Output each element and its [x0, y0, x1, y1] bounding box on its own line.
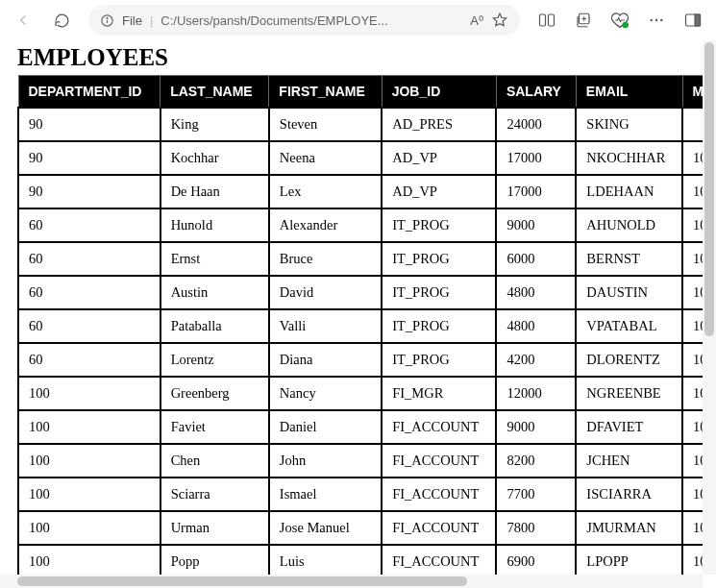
table-cell: Hunold [160, 208, 269, 242]
collections-button[interactable] [566, 5, 601, 36]
table-cell: Jose Manuel [269, 511, 382, 545]
column-header: JOB_ID [382, 76, 496, 109]
table-cell: IT_PROG [382, 343, 496, 377]
table-cell: Chen [160, 444, 269, 478]
column-header: LAST_NAME [160, 76, 269, 109]
table-cell: Neena [269, 141, 382, 175]
table-cell: 90 [18, 175, 160, 208]
table-row: 100GreenbergNancyFI_MGR12000NGREENBE101 [18, 377, 703, 410]
table-cell: DFAVIET [576, 410, 682, 444]
table-cell: 100 [18, 410, 160, 444]
table-cell [682, 108, 703, 141]
back-button [6, 5, 40, 36]
table-cell: 103 [682, 309, 703, 343]
table-cell: Luis [269, 545, 382, 575]
table-cell: 7800 [496, 511, 576, 545]
table-cell: 9000 [496, 410, 576, 444]
table-cell: SKING [576, 108, 682, 141]
page-content: EMPLOYEES DEPARTMENT_IDLAST_NAMEFIRST_NA… [0, 40, 703, 575]
table-cell: Bruce [269, 242, 382, 276]
table-cell: 7700 [496, 478, 576, 511]
table-cell: 6900 [496, 545, 576, 575]
heart-pulse-icon [610, 12, 630, 29]
table-cell: 100 [18, 545, 160, 575]
more-horizontal-icon [648, 12, 665, 29]
split-screen-icon [538, 12, 556, 28]
table-cell: Greenberg [160, 377, 269, 410]
svg-point-2 [107, 17, 108, 18]
split-screen-button[interactable] [530, 5, 564, 36]
table-cell: 103 [682, 242, 703, 276]
table-row: 60LorentzDianaIT_PROG4200DLORENTZ103 [18, 343, 703, 377]
url-text: C:/Users/pansh/Documents/EMPLOYE... [160, 13, 462, 28]
table-row: 90KingStevenAD_PRES24000SKING [18, 108, 703, 141]
table-row: 60HunoldAlexanderIT_PROG9000AHUNOLD102 [18, 208, 703, 242]
table-cell: Urman [160, 511, 269, 545]
table-cell: AD_VP [382, 141, 496, 175]
star-icon[interactable] [491, 12, 508, 29]
horizontal-scrollbar[interactable] [0, 575, 703, 588]
table-cell: LDEHAAN [576, 175, 682, 208]
table-cell: Pataballa [160, 309, 269, 343]
svg-point-7 [651, 19, 653, 21]
table-cell: 100 [682, 141, 703, 175]
table-cell: Popp [160, 545, 269, 575]
table-cell: 9000 [496, 208, 576, 242]
sidebar-toggle-button[interactable] [676, 5, 710, 36]
refresh-button[interactable] [44, 5, 79, 36]
column-header: MANA [682, 76, 703, 109]
table-cell: AHUNOLD [576, 208, 682, 242]
table-row: 90De HaanLexAD_VP17000LDEHAAN100 [18, 175, 703, 208]
table-row: 60PataballaValliIT_PROG4800VPATABAL103 [18, 309, 703, 343]
employees-table: DEPARTMENT_IDLAST_NAMEFIRST_NAMEJOB_IDSA… [17, 75, 703, 575]
table-cell: 100 [682, 175, 703, 208]
more-button[interactable] [639, 5, 674, 36]
table-cell: Steven [269, 108, 382, 141]
table-cell: Ismael [269, 478, 382, 511]
table-header-row: DEPARTMENT_IDLAST_NAMEFIRST_NAMEJOB_IDSA… [18, 76, 703, 109]
address-bar[interactable]: File | C:/Users/pansh/Documents/EMPLOYE.… [88, 5, 520, 36]
table-cell: 108 [682, 545, 703, 575]
svg-point-6 [622, 22, 629, 29]
table-cell: FI_ACCOUNT [382, 478, 496, 511]
column-header: SALARY [496, 76, 576, 109]
horizontal-scrollbar-thumb[interactable] [17, 576, 467, 586]
table-cell: 100 [18, 444, 160, 478]
table-cell: Austin [160, 276, 269, 309]
svg-rect-4 [549, 14, 555, 26]
table-cell: De Haan [160, 175, 269, 208]
table-cell: 90 [18, 141, 160, 175]
table-cell: 8200 [496, 444, 576, 478]
table-cell: AD_VP [382, 175, 496, 208]
read-aloud-icon[interactable]: A⁰ [470, 13, 483, 28]
table-cell: 6000 [496, 242, 576, 276]
table-cell: Faviet [160, 410, 269, 444]
table-cell: Valli [269, 309, 382, 343]
table-cell: 4800 [496, 276, 576, 309]
table-cell: King [160, 108, 269, 141]
url-separator: | [150, 13, 153, 28]
table-cell: 60 [18, 343, 160, 377]
table-cell: JCHEN [576, 444, 682, 478]
table-cell: BERNST [576, 242, 682, 276]
table-cell: Lex [269, 175, 382, 208]
vertical-scrollbar[interactable] [703, 40, 716, 575]
table-row: 100UrmanJose ManuelFI_ACCOUNT7800JMURMAN… [18, 511, 703, 545]
table-cell: 60 [18, 208, 160, 242]
vertical-scrollbar-thumb[interactable] [704, 42, 714, 336]
table-cell: 108 [682, 444, 703, 478]
table-cell: 103 [682, 343, 703, 377]
table-cell: FI_ACCOUNT [382, 444, 496, 478]
table-row: 100ChenJohnFI_ACCOUNT8200JCHEN108 [18, 444, 703, 478]
svg-rect-12 [695, 14, 700, 26]
table-cell: 60 [18, 242, 160, 276]
browser-health-button[interactable] [603, 5, 637, 36]
toolbar-right-icons [530, 5, 710, 36]
table-cell: DLORENTZ [576, 343, 682, 377]
url-scheme-label: File [122, 13, 142, 28]
page-title: EMPLOYEES [17, 44, 703, 71]
table-row: 60ErnstBruceIT_PROG6000BERNST103 [18, 242, 703, 276]
table-cell: JMURMAN [576, 511, 682, 545]
refresh-icon [54, 12, 70, 29]
svg-rect-3 [540, 14, 546, 26]
